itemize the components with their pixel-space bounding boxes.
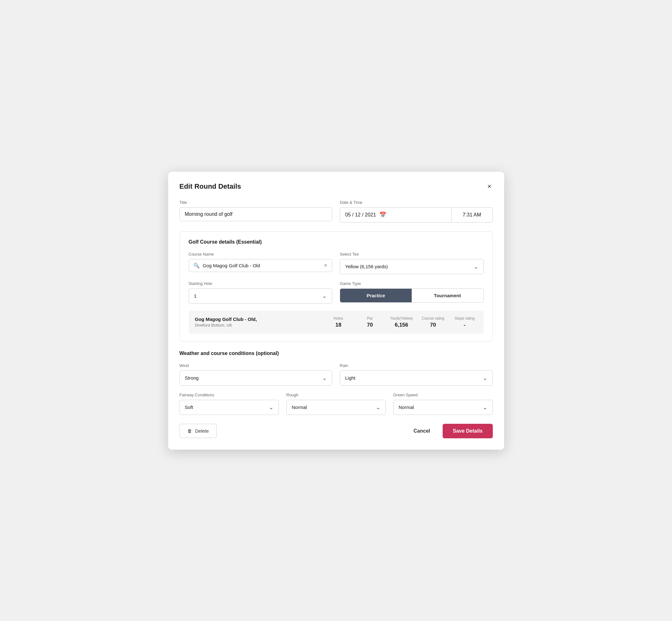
modal-title: Edit Round Details — [179, 182, 241, 191]
time-field[interactable]: 7:31 AM — [452, 208, 493, 222]
slope-rating-label: Slope rating — [452, 316, 477, 321]
title-label: Title — [179, 200, 333, 205]
yards-value: 6,156 — [389, 322, 414, 328]
chevron-down-icon: ⌄ — [322, 292, 327, 299]
course-top-row: Course Name 🔍 ✕ Select Tee Yellow (6,156… — [189, 252, 484, 274]
starting-hole-group: Starting Hole 1 ⌄ — [189, 281, 333, 303]
fairway-select[interactable]: Soft — [185, 405, 269, 410]
green-speed-dropdown[interactable]: Normal ⌄ — [393, 400, 493, 415]
date-value: 05 / 12 / 2021 — [345, 212, 376, 218]
rough-group: Rough Normal ⌄ — [287, 392, 386, 415]
starting-hole-select[interactable]: 1 — [194, 293, 323, 298]
green-speed-group: Green Speed Normal ⌄ — [393, 392, 493, 415]
chevron-down-icon: ⌄ — [483, 404, 488, 411]
top-fields: Title Date & Time 05 / 12 / 2021 📅 7:31 … — [179, 200, 493, 222]
date-field[interactable]: 05 / 12 / 2021 📅 — [340, 208, 452, 222]
select-tee-group: Select Tee Yellow (6,156 yards) ⌄ — [340, 252, 484, 274]
close-button[interactable]: × — [486, 182, 493, 191]
rain-group: Rain Light ⌄ — [340, 363, 493, 385]
chevron-down-icon: ⌄ — [322, 375, 327, 381]
rain-select[interactable]: Light — [345, 375, 483, 380]
trash-icon: 🗑 — [187, 428, 192, 433]
course-name-group: Course Name 🔍 ✕ — [189, 252, 333, 274]
chevron-down-icon: ⌄ — [376, 404, 380, 411]
par-value: 70 — [358, 322, 383, 328]
rough-select[interactable]: Normal — [292, 405, 376, 410]
yards-stat: Yards(Yellow) 6,156 — [389, 316, 414, 328]
rain-label: Rain — [340, 363, 493, 368]
game-type-toggle: Practice Tournament — [340, 288, 484, 303]
starting-hole-label: Starting Hole — [189, 281, 333, 286]
calendar-icon: 📅 — [379, 211, 386, 218]
delete-button[interactable]: 🗑 Delete — [179, 424, 217, 438]
fairway-group: Fairway Conditions Soft ⌄ — [179, 392, 279, 415]
green-speed-label: Green Speed — [393, 392, 493, 397]
clear-icon[interactable]: ✕ — [324, 263, 328, 268]
rough-dropdown[interactable]: Normal ⌄ — [287, 400, 386, 415]
course-rating-value: 70 — [421, 322, 446, 328]
rain-dropdown[interactable]: Light ⌄ — [340, 370, 493, 385]
wind-select[interactable]: Strong — [185, 375, 323, 380]
select-tee-select[interactable]: Yellow (6,156 yards) — [345, 264, 473, 269]
course-rating-stat: Course rating 70 — [421, 316, 446, 328]
wind-group: Wind Strong ⌄ — [179, 363, 333, 385]
footer-right: Cancel Save Details — [409, 424, 493, 438]
slope-rating-value: - — [452, 322, 477, 328]
tournament-button[interactable]: Tournament — [412, 289, 483, 302]
delete-label: Delete — [195, 428, 209, 433]
course-info-name-group: Gog Magog Golf Club - Old, Shelford Bott… — [195, 317, 320, 328]
search-icon: 🔍 — [194, 262, 200, 268]
holes-stat: Holes 18 — [326, 316, 351, 328]
fairway-dropdown[interactable]: Soft ⌄ — [179, 400, 279, 415]
par-label: Par — [358, 316, 383, 321]
title-field-group: Title — [179, 200, 333, 222]
par-stat: Par 70 — [358, 316, 383, 328]
datetime-row: 05 / 12 / 2021 📅 7:31 AM — [340, 207, 493, 222]
select-tee-label: Select Tee — [340, 252, 484, 256]
save-button[interactable]: Save Details — [443, 424, 493, 438]
chevron-down-icon: ⌄ — [269, 404, 274, 411]
course-bottom-row: Starting Hole 1 ⌄ Game Type Practice Tou… — [189, 281, 484, 303]
course-info-name: Gog Magog Golf Club - Old, — [195, 317, 320, 322]
game-type-group: Game Type Practice Tournament — [340, 281, 484, 303]
course-info-bar: Gog Magog Golf Club - Old, Shelford Bott… — [189, 310, 484, 334]
rough-label: Rough — [287, 392, 386, 397]
starting-hole-dropdown[interactable]: 1 ⌄ — [189, 288, 333, 303]
course-info-location: Shelford Bottom, UK — [195, 323, 320, 328]
weather-top-row: Wind Strong ⌄ Rain Light ⌄ — [179, 363, 493, 385]
chevron-down-icon: ⌄ — [483, 375, 488, 381]
practice-button[interactable]: Practice — [340, 289, 412, 302]
holes-label: Holes — [326, 316, 351, 321]
weather-section-title: Weather and course conditions (optional) — [179, 350, 493, 356]
cancel-button[interactable]: Cancel — [409, 424, 435, 438]
select-tee-dropdown[interactable]: Yellow (6,156 yards) ⌄ — [340, 259, 484, 274]
weather-bottom-row: Fairway Conditions Soft ⌄ Rough Normal ⌄ — [179, 392, 493, 415]
fairway-label: Fairway Conditions — [179, 392, 279, 397]
course-name-label: Course Name — [189, 252, 333, 256]
golf-course-title: Golf Course details (Essential) — [189, 239, 484, 245]
edit-round-modal: Edit Round Details × Title Date & Time 0… — [168, 172, 504, 450]
datetime-field-group: Date & Time 05 / 12 / 2021 📅 7:31 AM — [340, 200, 493, 222]
game-type-label: Game Type — [340, 281, 484, 286]
green-speed-select[interactable]: Normal — [399, 405, 483, 410]
course-name-input[interactable] — [203, 263, 321, 268]
yards-label: Yards(Yellow) — [389, 316, 414, 321]
footer-row: 🗑 Delete Cancel Save Details — [179, 424, 493, 438]
slope-rating-stat: Slope rating - — [452, 316, 477, 328]
modal-header: Edit Round Details × — [179, 182, 493, 191]
datetime-label: Date & Time — [340, 200, 493, 205]
title-input[interactable] — [179, 207, 333, 221]
course-name-search[interactable]: 🔍 ✕ — [189, 259, 333, 272]
wind-label: Wind — [179, 363, 333, 368]
holes-value: 18 — [326, 322, 351, 328]
weather-section: Weather and course conditions (optional)… — [179, 350, 493, 415]
chevron-down-icon: ⌄ — [473, 263, 478, 270]
course-rating-label: Course rating — [421, 316, 446, 321]
golf-course-section: Golf Course details (Essential) Course N… — [179, 231, 493, 342]
time-value: 7:31 AM — [463, 212, 481, 218]
wind-dropdown[interactable]: Strong ⌄ — [179, 370, 333, 385]
